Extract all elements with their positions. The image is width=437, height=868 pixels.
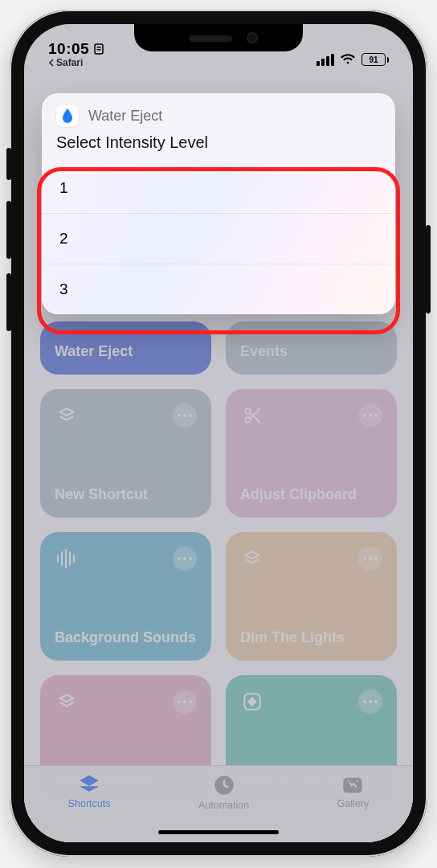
chevron-left-icon [48, 59, 55, 67]
battery-indicator: 91 [361, 53, 389, 66]
intensity-options: 1 2 3 [42, 163, 395, 314]
home-indicator[interactable] [158, 830, 279, 834]
mute-switch [6, 148, 11, 180]
modal-prompt: Select Intensity Level [42, 129, 395, 163]
back-app-label: Safari [56, 58, 83, 68]
back-to-app[interactable]: Safari [48, 58, 104, 68]
intensity-modal: Water Eject Select Intensity Level 1 2 3 [42, 93, 395, 314]
cellular-icon [317, 54, 334, 66]
shortcut-status-icon [94, 43, 104, 55]
water-eject-app-icon [56, 104, 79, 127]
battery-text: 91 [369, 55, 378, 64]
screen: 10:05 Safari 91 [24, 24, 413, 842]
phone-frame: 10:05 Safari 91 [10, 10, 427, 857]
intensity-option-3[interactable]: 3 [42, 264, 395, 314]
intensity-option-1[interactable]: 1 [42, 163, 395, 213]
intensity-option-2[interactable]: 2 [42, 213, 395, 264]
clock-text: 10:05 [48, 41, 89, 56]
volume-up [6, 201, 11, 259]
status-time: 10:05 [48, 41, 104, 56]
svg-rect-1 [97, 47, 101, 48]
svg-rect-2 [97, 49, 101, 51]
wifi-icon [340, 54, 356, 65]
modal-app-name: Water Eject [88, 108, 162, 125]
notch [134, 24, 303, 51]
power-button [426, 225, 431, 313]
volume-down [6, 273, 11, 331]
